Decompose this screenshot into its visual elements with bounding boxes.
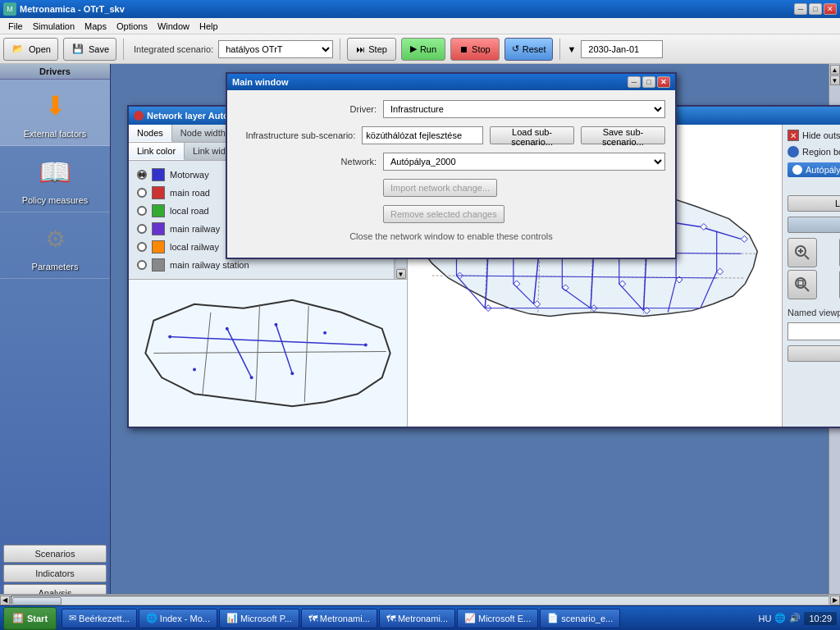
stop-button[interactable]: ⏹ Stop bbox=[450, 38, 500, 61]
grid-tools-button[interactable]: Grid tools bbox=[788, 345, 840, 362]
active-layer-item[interactable]: Autópálya_2000 2030-Jan-01 bbox=[788, 162, 840, 177]
driver-dialog: Main window ─ □ ✕ Driver: Infrastructure… bbox=[226, 72, 677, 259]
svg-point-7 bbox=[323, 331, 326, 335]
taskbar-item-2[interactable]: 🌐 Index - Mo... bbox=[139, 609, 217, 628]
sub-scenario-input[interactable] bbox=[362, 126, 483, 144]
driver-select[interactable]: Infrastructure bbox=[383, 100, 665, 118]
svg-line-13 bbox=[227, 329, 252, 378]
hide-outside-checkbox[interactable]: ✕ bbox=[788, 130, 799, 141]
network-select[interactable]: Autópálya_2000 bbox=[383, 153, 665, 171]
taskbar-item-5[interactable]: 🗺 Metronami... bbox=[379, 609, 455, 628]
reset-icon: ↺ bbox=[512, 43, 519, 54]
scroll-track[interactable] bbox=[11, 596, 829, 605]
motorway-radio[interactable] bbox=[137, 170, 147, 180]
menu-simulation[interactable]: Simulation bbox=[28, 20, 80, 33]
layer-manager-button[interactable]: LayerManager bbox=[788, 195, 840, 212]
content-area: www.r Main window ─ □ ✕ Driver: Infrastr… bbox=[111, 64, 840, 605]
reset-button[interactable]: ↺ Reset bbox=[504, 38, 554, 61]
scroll-left-arrow[interactable]: ◀ bbox=[0, 596, 10, 605]
sidebar-bottom: Scenarios Indicators Analysis bbox=[0, 279, 110, 605]
tab-link-color[interactable]: Link color bbox=[129, 143, 185, 160]
menu-options[interactable]: Options bbox=[112, 20, 153, 33]
taskbar-item-2-icon: 🌐 bbox=[146, 613, 158, 623]
local-road-radio[interactable] bbox=[137, 206, 147, 216]
scroll-right-arrow[interactable]: ▶ bbox=[830, 596, 840, 605]
taskbar-item-4[interactable]: 🗺 Metronami... bbox=[301, 609, 377, 628]
local-railway-radio[interactable] bbox=[137, 242, 147, 252]
zoom-in-icon bbox=[794, 244, 810, 261]
scroll-down[interactable]: ▼ bbox=[396, 269, 406, 279]
sidebar-external-factors[interactable]: ⬇ External factors bbox=[0, 80, 110, 146]
taskbar-item-7[interactable]: 📄 scenario_e... bbox=[540, 609, 620, 628]
step-button[interactable]: ⏭ Step bbox=[347, 38, 396, 61]
scenario-dropdown[interactable]: hatályos OTrT bbox=[218, 40, 333, 58]
sidebar: Drivers ⬇ External factors 📖 Policy meas… bbox=[0, 64, 111, 605]
open-button[interactable]: 📂 Open bbox=[3, 38, 58, 61]
svg-point-9 bbox=[193, 368, 196, 371]
remove-changes-button[interactable]: Remove selected changes bbox=[383, 205, 504, 223]
sidebar-policy-measures[interactable]: 📖 Policy measures bbox=[0, 146, 110, 212]
taskbar-item-1[interactable]: ✉ Beérkezett... bbox=[62, 609, 137, 628]
maximize-button[interactable]: □ bbox=[809, 3, 822, 15]
spacer bbox=[788, 182, 840, 190]
start-button[interactable]: 🪟 Start bbox=[3, 607, 57, 630]
tab-nodes[interactable]: Nodes bbox=[129, 125, 172, 142]
main-road-radio[interactable] bbox=[137, 188, 147, 198]
run-button[interactable]: ▶ Run bbox=[401, 38, 445, 61]
motorway-label: Motorway bbox=[170, 170, 209, 180]
load-sub-scenario-button[interactable]: Load sub-scenario... bbox=[490, 126, 574, 144]
indicators-button[interactable]: Indicators bbox=[3, 564, 107, 582]
save-sub-scenario-button[interactable]: Save sub-scenario... bbox=[581, 126, 665, 144]
taskbar-item-7-label: scenario_e... bbox=[561, 614, 613, 623]
taskbar-item-6[interactable]: 📈 Microsoft E... bbox=[457, 609, 538, 628]
local-road-swatch bbox=[152, 204, 165, 217]
taskbar-item-7-icon: 📄 bbox=[547, 613, 559, 623]
menu-window[interactable]: Window bbox=[153, 20, 194, 33]
scroll-thumb[interactable] bbox=[12, 597, 62, 605]
driver-dialog-min[interactable]: ─ bbox=[628, 76, 641, 88]
main-railway-station-swatch bbox=[152, 258, 165, 272]
driver-dialog-max[interactable]: □ bbox=[642, 76, 655, 88]
step-label: Step bbox=[368, 44, 387, 54]
zoom-area-icon bbox=[794, 276, 810, 293]
close-button[interactable]: ✕ bbox=[824, 3, 837, 15]
main-railway-station-radio[interactable] bbox=[137, 260, 147, 270]
import-network-button[interactable]: Import network change... bbox=[383, 179, 497, 197]
named-viewports-select[interactable] bbox=[788, 322, 840, 340]
main-railway-radio[interactable] bbox=[137, 224, 147, 234]
taskbar-item-3-label: Microsoft P... bbox=[240, 614, 292, 623]
menu-file[interactable]: File bbox=[3, 20, 28, 33]
minimize-button[interactable]: ─ bbox=[794, 3, 807, 15]
horizontal-scroll[interactable]: ◀ ▶ bbox=[0, 594, 840, 605]
dropdown-arrow[interactable]: ▼ bbox=[567, 44, 576, 54]
save-label: Save bbox=[89, 44, 109, 54]
network-icon-tray: 🌐 bbox=[774, 613, 786, 623]
scroll-up-arrow[interactable]: ▲ bbox=[830, 65, 840, 75]
network-row: Network: Autópálya_2000 bbox=[237, 153, 665, 171]
zoom-in-button[interactable] bbox=[788, 238, 817, 267]
driver-dialog-close[interactable]: ✕ bbox=[657, 76, 670, 88]
map-preview-svg bbox=[129, 280, 407, 427]
sidebar-parameters[interactable]: ⚙ Parameters bbox=[0, 212, 110, 279]
driver-row: Driver: Infrastructure bbox=[237, 100, 665, 118]
taskbar-item-3[interactable]: 📊 Microsoft P... bbox=[219, 609, 299, 628]
remove-row: Remove selected changes bbox=[237, 205, 665, 223]
scroll-down-arrow[interactable]: ▼ bbox=[830, 75, 840, 85]
menu-help[interactable]: Help bbox=[194, 20, 223, 33]
taskbar-item-4-label: Metronami... bbox=[320, 614, 370, 623]
app-icon: M bbox=[3, 2, 16, 16]
zoom-tools-header: Zoom tools bbox=[788, 217, 840, 233]
save-button[interactable]: 💾 Save bbox=[63, 38, 116, 61]
network-label: Network: bbox=[237, 157, 377, 167]
zoom-tools-grid bbox=[788, 238, 840, 299]
scenarios-button[interactable]: Scenarios bbox=[3, 545, 107, 563]
region-boundaries-radio[interactable] bbox=[788, 146, 799, 158]
zoom-area-button[interactable] bbox=[788, 270, 817, 299]
title-bar-left: M Metronamica - OTrT_skv bbox=[3, 2, 125, 16]
menu-maps[interactable]: Maps bbox=[80, 20, 112, 33]
svg-line-14 bbox=[276, 325, 292, 374]
run-icon: ▶ bbox=[410, 43, 417, 54]
save-icon: 💾 bbox=[71, 42, 85, 57]
parameters-label: Parameters bbox=[32, 262, 79, 272]
sidebar-drivers-header: Drivers bbox=[0, 64, 110, 80]
